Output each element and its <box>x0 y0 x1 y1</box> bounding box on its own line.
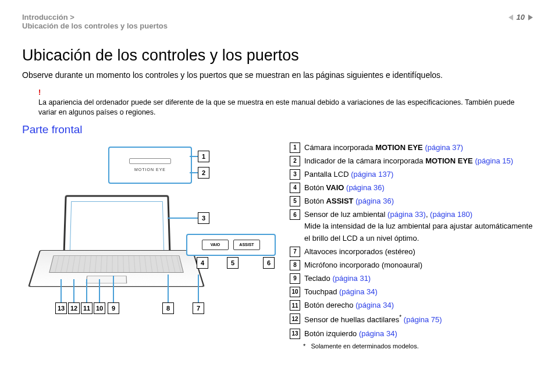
callout-7: 7 <box>193 302 204 314</box>
next-page-icon[interactable] <box>528 15 533 20</box>
vaio-button-label: VAIO <box>202 240 229 250</box>
callout-11: 11 <box>81 302 92 314</box>
list-item: 2Indicador de la cámara incorporada MOTI… <box>290 155 533 167</box>
callout-1: 1 <box>198 151 209 162</box>
list-item: 6Sensor de luz ambiental (página 33), (p… <box>290 209 533 244</box>
page-link[interactable]: (página 36) <box>355 197 394 205</box>
callout-12: 12 <box>68 302 80 314</box>
callout-8: 8 <box>162 302 174 314</box>
callout-9: 9 <box>108 302 119 314</box>
list-item: 4Botón VAIO (página 36) <box>290 182 533 194</box>
breadcrumb: Introducción > Ubicación de los controle… <box>22 13 168 30</box>
list-item: 13Botón izquierdo (página 34) <box>290 328 533 340</box>
list-item: 9Teclado (página 31) <box>290 273 533 284</box>
list-item: 3Pantalla LCD (página 137) <box>290 169 533 180</box>
page-link[interactable]: (página 37) <box>425 143 463 152</box>
page-link[interactable]: (página 137) <box>351 170 393 179</box>
item-6-sub: Mide la intensidad de la luz ambiental p… <box>304 222 532 242</box>
front-diagram: MOTION EYE 1 2 3 VAIO ASSIST 4 5 6 13 12… <box>22 142 278 316</box>
footnote: * Solamente en determinados modelos. <box>303 341 533 351</box>
page-number: 10 <box>517 13 525 22</box>
breadcrumb-line2: Ubicación de los controles y los puertos <box>22 22 168 30</box>
list-item: 11Botón derecho (página 34) <box>290 300 533 311</box>
list-item: 10Touchpad (página 34) <box>290 286 533 298</box>
warning-icon: ! <box>38 88 41 97</box>
intro-text: Observe durante un momento los controles… <box>22 70 533 80</box>
list-item: 1Cámara incorporada MOTION EYE (página 3… <box>290 142 533 154</box>
callout-6: 6 <box>263 257 275 269</box>
page-link[interactable]: (página 180) <box>430 210 472 219</box>
legend-list: 1Cámara incorporada MOTION EYE (página 3… <box>290 142 533 351</box>
page-link[interactable]: (página 15) <box>475 156 513 165</box>
warning-text: La apariencia del ordenador puede ser di… <box>38 98 514 116</box>
page-link[interactable]: (página 36) <box>346 183 385 192</box>
list-item: 7Altavoces incorporados (estéreo) <box>290 246 533 258</box>
buttons-callout: VAIO ASSIST <box>186 234 276 256</box>
prev-page-icon[interactable] <box>508 15 513 20</box>
motion-eye-callout: MOTION EYE <box>108 147 192 184</box>
list-item: 5Botón ASSIST (página 36) <box>290 195 533 207</box>
breadcrumb-line1: Introducción > <box>22 13 168 22</box>
list-item: 12Sensor de huellas dactilares* (página … <box>290 313 533 326</box>
page-link[interactable]: (página 34) <box>355 301 394 309</box>
callout-13: 13 <box>55 302 67 314</box>
page-link[interactable]: (página 34) <box>359 329 397 338</box>
callout-10: 10 <box>94 302 105 314</box>
page-link[interactable]: (página 75) <box>404 316 442 325</box>
callout-2: 2 <box>198 167 209 179</box>
page-number-nav: 10 <box>508 13 533 22</box>
page-link[interactable]: (página 34) <box>339 287 378 296</box>
page-link[interactable]: (página 31) <box>332 274 371 283</box>
callout-5: 5 <box>227 257 239 269</box>
assist-button-label: ASSIST <box>233 240 260 250</box>
list-item: 8Micrófono incorporado (monoaural) <box>290 259 533 271</box>
callout-4: 4 <box>197 257 208 269</box>
callout-3: 3 <box>198 212 209 224</box>
motion-eye-label: MOTION EYE <box>134 168 166 172</box>
section-title: Parte frontal <box>22 123 533 136</box>
warning-note: ! La apariencia del ordenador puede ser … <box>38 88 533 117</box>
page-link[interactable]: (página 33) <box>387 210 426 219</box>
page-title: Ubicación de los controles y los puertos <box>22 47 533 65</box>
